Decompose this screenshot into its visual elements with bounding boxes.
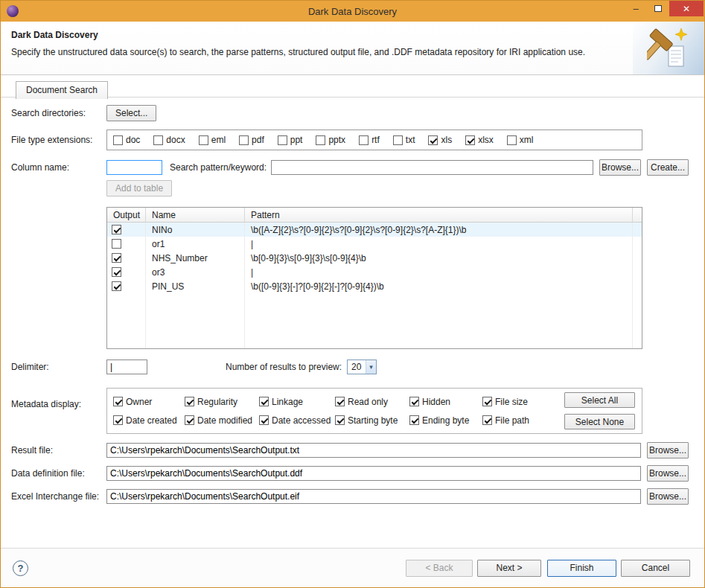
tab-document-search[interactable]: Document Search [16,81,108,99]
checkbox-icon[interactable] [259,415,269,425]
delimiter-input[interactable] [106,359,147,374]
metadata-date-created[interactable]: Date created [113,415,185,426]
metadata-date-accessed[interactable]: Date accessed [259,415,335,426]
metadata-linkage[interactable]: Linkage [259,397,335,407]
add-to-table-button[interactable]: Add to table [106,180,172,196]
metadata-file-path[interactable]: File path [482,415,540,426]
result-file-input[interactable] [106,443,641,458]
pattern-name-cell: or1 [146,237,245,251]
metadata-file-size[interactable]: File size [482,397,540,407]
metadata-date-modified[interactable]: Date modified [185,415,259,426]
checkbox-icon[interactable] [507,135,517,145]
metadata-label: Read only [348,397,388,407]
table-row-empty [107,336,642,349]
select-all-button[interactable]: Select All [564,392,635,408]
cancel-button[interactable]: Cancel [621,560,690,577]
metadata-read-only[interactable]: Read only [335,397,409,407]
checkbox-icon[interactable] [428,135,438,145]
checkbox-icon[interactable] [185,415,194,425]
help-button[interactable]: ? [13,560,28,576]
filetype-docx[interactable]: docx [153,135,185,145]
preview-count-value: 20 [351,362,361,372]
checkbox-icon[interactable] [482,397,492,406]
filetype-eml[interactable]: eml [199,135,226,145]
output-checkbox[interactable] [112,281,121,291]
checkbox-icon[interactable] [465,135,475,145]
checkbox-icon[interactable] [409,397,419,406]
checkbox-icon[interactable] [239,135,249,145]
table-row[interactable]: PIN_US \b([0-9]{3}[-]?[0-9]{2}[-]?[0-9]{… [107,279,642,293]
filetype-xml[interactable]: xml [507,135,534,145]
filetype-pdf[interactable]: pdf [239,135,264,145]
search-pattern-label: Search pattern/keyword: [170,162,267,173]
checkbox-icon[interactable] [482,415,492,425]
wizard-content: Search directories: Select... File type … [1,98,704,548]
metadata-label: Hidden [422,397,450,407]
page-subtitle: Specify the unstructured data source(s) … [11,47,622,57]
output-checkbox[interactable] [112,225,121,234]
col-header-pattern: Pattern [245,208,633,222]
select-none-button[interactable]: Select None [564,414,635,429]
metadata-label: File path [495,415,529,426]
table-row[interactable]: or3 | [107,265,642,279]
result-file-browse-button[interactable]: Browse... [647,442,689,458]
output-checkbox[interactable] [112,267,121,277]
ddf-file-browse-button[interactable]: Browse... [647,465,689,482]
filetype-pptx[interactable]: pptx [316,135,345,145]
checkbox-icon[interactable] [335,415,345,425]
output-checkbox[interactable] [112,253,121,263]
column-name-input[interactable] [106,160,162,175]
col-header-output: Output [107,208,146,222]
next-button[interactable]: Next > [477,560,541,577]
filetype-rtf[interactable]: rtf [359,135,380,145]
checkbox-icon[interactable] [409,415,419,425]
metadata-ending-byte[interactable]: Ending byte [409,415,482,426]
checkbox-icon[interactable] [335,397,345,406]
browse-pattern-button[interactable]: Browse... [599,159,641,176]
checkbox-icon[interactable] [316,135,325,145]
output-checkbox[interactable] [112,239,121,249]
checkbox-icon[interactable] [185,397,194,406]
wizard-banner [633,22,704,74]
create-pattern-button[interactable]: Create... [647,159,689,176]
filetype-ppt[interactable]: ppt [278,135,303,145]
filetype-xls[interactable]: xls [428,135,452,145]
ddf-file-input[interactable] [106,466,641,481]
metadata-regularity[interactable]: Regularity [185,397,259,407]
metadata-owner[interactable]: Owner [113,397,185,407]
table-row[interactable]: NINo \b([A-Z]{2}\s?[0-9]{2}\s?[0-9]{2}\s… [107,223,642,237]
checkbox-icon[interactable] [113,135,123,145]
pattern-name-cell: NHS_Number [146,251,245,265]
select-directories-button[interactable]: Select... [106,105,156,121]
metadata-starting-byte[interactable]: Starting byte [335,415,409,426]
table-row[interactable]: NHS_Number \b[0-9]{3}\s[0-9]{3}\s[0-9]{4… [107,251,642,265]
checkbox-icon[interactable] [113,415,123,425]
checkbox-icon[interactable] [199,135,208,145]
checkbox-icon[interactable] [393,135,403,145]
metadata-hidden[interactable]: Hidden [409,397,482,407]
chevron-down-icon [366,360,376,374]
filetype-label: xml [520,135,534,145]
checkbox-icon[interactable] [359,135,369,145]
back-button[interactable]: < Back [406,560,473,577]
close-button[interactable]: ✕ [669,1,704,16]
checkbox-icon[interactable] [259,397,269,406]
eif-file-input[interactable] [106,489,641,504]
checkbox-icon[interactable] [153,135,163,145]
delimiter-label: Delimiter: [11,359,106,374]
checkbox-icon[interactable] [113,397,123,406]
search-directories-label: Search directories: [11,106,106,121]
metadata-buttons: Select All Select None [564,392,635,429]
maximize-button[interactable] [647,1,669,16]
checkbox-icon[interactable] [278,135,287,145]
minimize-button[interactable]: – [625,1,647,16]
table-row[interactable]: or1 | [107,237,642,251]
search-pattern-input[interactable] [271,160,593,175]
filetype-doc[interactable]: doc [113,135,140,145]
filetype-txt[interactable]: txt [393,135,415,145]
filetype-xlsx[interactable]: xlsx [465,135,494,145]
preview-count-select[interactable]: 20 [347,359,377,374]
eif-file-browse-button[interactable]: Browse... [647,488,689,505]
finish-button[interactable]: Finish [547,560,616,577]
table-row-empty [107,293,642,307]
